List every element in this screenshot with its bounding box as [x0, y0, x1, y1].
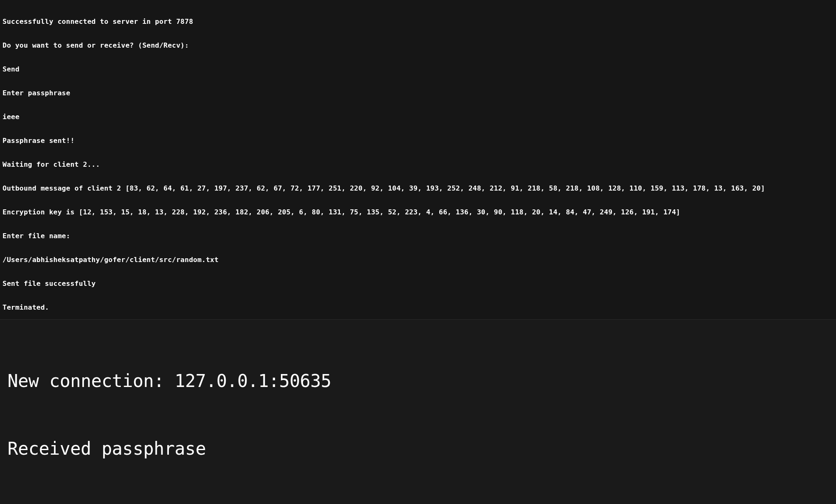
terminal-line: Terminated. — [3, 303, 833, 311]
terminal-line: Encryption key is [12, 153, 15, 18, 13, … — [3, 208, 833, 216]
terminal-line: Outbound message of client 2 [83, 62, 64… — [3, 184, 833, 192]
terminal-line: Enter passphrase — [3, 89, 833, 97]
terminal-line: ieee — [3, 113, 833, 121]
terminal-line: Received passphrase — [8, 438, 828, 460]
terminal-line: Send — [3, 65, 833, 73]
terminal-line: Enter file name: — [3, 232, 833, 240]
terminal-line: /Users/abhisheksatpathy/gofer/client/src… — [3, 256, 833, 264]
terminal-line: New connection: 127.0.0.1:50635 — [8, 370, 828, 392]
terminal-line: Successfully connected to server in port… — [3, 18, 833, 25]
terminal-line: Waiting for client 2... — [3, 160, 833, 168]
terminal-line: Sent file successfully — [3, 280, 833, 288]
terminal-line: Do you want to send or receive? (Send/Re… — [3, 41, 833, 49]
terminal-line: Passphrase sent!! — [3, 137, 833, 145]
terminal-pane-client-sender[interactable]: Successfully connected to server in port… — [0, 0, 836, 319]
terminal-pane-server[interactable]: New connection: 127.0.0.1:50635 Received… — [0, 319, 836, 504]
